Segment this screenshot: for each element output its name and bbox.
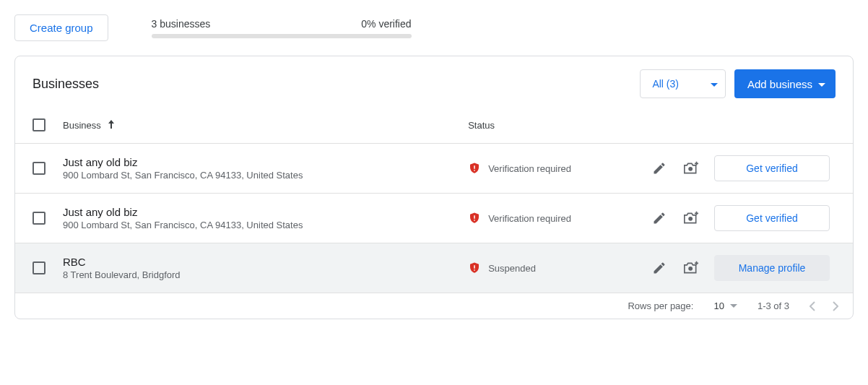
edit-icon[interactable] bbox=[651, 160, 668, 177]
pagination-range-text: 1-3 of 3 bbox=[758, 300, 789, 311]
row-action-button[interactable]: Get verified bbox=[714, 155, 830, 181]
row-checkbox[interactable] bbox=[32, 162, 45, 175]
businesses-table: Business Status Just any old biz900 Lomb… bbox=[15, 107, 853, 293]
table-row: Just any old biz900 Lombard St, San Fran… bbox=[15, 144, 853, 194]
status-text: Suspended bbox=[488, 263, 536, 274]
businesses-card: Businesses All (3) Add business bbox=[14, 56, 854, 319]
add-photo-icon[interactable] bbox=[682, 209, 700, 227]
business-name: Just any old biz bbox=[63, 156, 451, 168]
edit-icon[interactable] bbox=[651, 209, 668, 227]
add-photo-icon[interactable] bbox=[682, 160, 700, 177]
column-header-status: Status bbox=[468, 120, 495, 131]
business-address: 8 Trent Boulevard, Bridgford bbox=[63, 269, 451, 280]
business-name: Just any old biz bbox=[63, 206, 451, 218]
business-name: RBC bbox=[63, 256, 451, 268]
column-header-business[interactable]: Business bbox=[63, 120, 101, 131]
filter-dropdown[interactable]: All (3) bbox=[640, 69, 726, 98]
status-text: Verification required bbox=[488, 213, 571, 224]
caret-down-icon bbox=[730, 304, 737, 308]
table-row: Just any old biz900 Lombard St, San Fran… bbox=[15, 194, 853, 243]
table-footer: Rows per page: 10 1-3 of 3 bbox=[15, 293, 853, 319]
svg-point-0 bbox=[688, 167, 693, 171]
business-address: 900 Lombard St, San Francisco, CA 94133,… bbox=[63, 220, 451, 230]
svg-point-1 bbox=[688, 217, 693, 221]
filter-label: All (3) bbox=[652, 78, 679, 90]
add-photo-icon[interactable] bbox=[682, 259, 700, 277]
page-title: Businesses bbox=[32, 77, 99, 92]
rows-per-page-value: 10 bbox=[713, 300, 724, 311]
select-all-checkbox[interactable] bbox=[32, 118, 45, 131]
verified-percent-text: 0% verified bbox=[361, 18, 411, 30]
business-address: 900 Lombard St, San Francisco, CA 94133,… bbox=[63, 170, 451, 181]
alert-shield-icon bbox=[468, 261, 481, 274]
add-business-label: Add business bbox=[747, 78, 812, 90]
verification-progress-bar bbox=[152, 34, 412, 38]
alert-shield-icon bbox=[468, 162, 481, 175]
create-group-button[interactable]: Create group bbox=[14, 14, 108, 41]
row-action-button[interactable]: Manage profile bbox=[714, 255, 830, 281]
business-count-text: 3 businesses bbox=[152, 18, 211, 30]
status-text: Verification required bbox=[488, 163, 571, 174]
rows-per-page-label: Rows per page: bbox=[628, 300, 693, 311]
next-page-button[interactable] bbox=[833, 301, 838, 311]
previous-page-button[interactable] bbox=[810, 301, 815, 311]
stats-block: 3 businesses 0% verified bbox=[152, 18, 412, 38]
alert-shield-icon bbox=[468, 212, 481, 225]
svg-point-2 bbox=[688, 267, 693, 271]
sort-ascending-icon bbox=[108, 120, 115, 131]
row-checkbox[interactable] bbox=[32, 212, 45, 225]
table-row: RBC8 Trent Boulevard, BridgfordSuspended… bbox=[15, 243, 853, 293]
row-checkbox[interactable] bbox=[32, 261, 45, 274]
edit-icon[interactable] bbox=[651, 259, 668, 277]
row-action-button[interactable]: Get verified bbox=[714, 205, 830, 231]
add-business-button[interactable]: Add business bbox=[734, 69, 836, 98]
caret-down-icon bbox=[711, 80, 718, 88]
rows-per-page-select[interactable]: 10 bbox=[713, 300, 737, 311]
caret-down-icon bbox=[818, 80, 825, 88]
